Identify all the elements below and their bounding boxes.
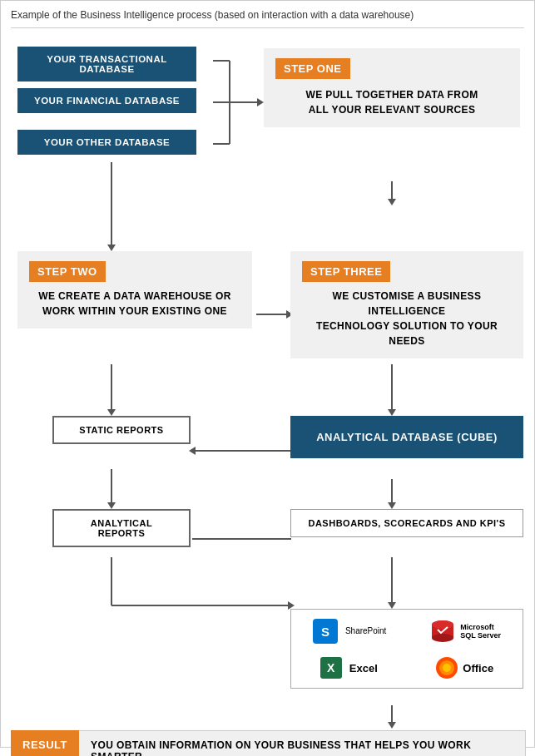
svg-marker-19 [107, 502, 116, 509]
static-reports-box: STATIC REPORTS [52, 416, 191, 444]
sqlserver-label: Microsoft SQL Server [460, 623, 501, 640]
result-label: RESULT [11, 730, 79, 756]
svg-marker-17 [189, 447, 196, 455]
page-wrapper: Example of the Business Intelligence pro… [0, 0, 535, 748]
db2-label: YOUR FINANCIAL DATABASE [17, 88, 196, 113]
excel-label: Excel [349, 662, 378, 674]
top-icons-row: S SharePoint Microsoft [291, 610, 523, 653]
analytical-reports-label: ANALYTICAL REPORTS [52, 509, 191, 547]
db3-label: YOUR OTHER DATABASE [17, 130, 196, 155]
step-two-container: STEP TWO WE CREATE A DATA WAREHOUSE ORWO… [17, 251, 252, 329]
diagram: YOUR TRANSACTIONAL DATABASE YOUR FINANCI… [11, 40, 526, 739]
sharepoint-item: S SharePoint [313, 619, 386, 644]
svg-marker-29 [388, 722, 396, 729]
sqlserver-icon [429, 618, 456, 645]
sharepoint-label: SharePoint [345, 627, 386, 635]
page-title: Example of the Business Intelligence pro… [11, 9, 524, 28]
excel-icon: X [320, 657, 342, 679]
svg-point-33 [432, 620, 453, 629]
db2-box: YOUR FINANCIAL DATABASE [17, 88, 209, 113]
svg-marker-13 [107, 409, 116, 416]
office-label: Office [463, 662, 493, 674]
dashboards-box: DASHBOARDS, SCORECARDS AND KPI'S [290, 509, 523, 537]
svg-marker-5 [257, 98, 264, 106]
step-three-label: STEP THREE [302, 261, 390, 282]
svg-point-32 [432, 634, 453, 642]
bottom-icons-row: X Excel Office [291, 653, 523, 688]
db1-box: YOUR TRANSACTIONAL DATABASE [17, 47, 209, 82]
result-text: YOU OBTAIN INFORMATION ON YOUR BUSINESS … [91, 739, 513, 756]
step-one-text: WE PULL TOGETHER DATA FROMALL YOUR RELEV… [275, 87, 508, 117]
dashboards-label: DASHBOARDS, SCORECARDS AND KPI'S [290, 509, 523, 537]
step-three-container: STEP THREE WE CUSTOMISE A BUSINESS INTEL… [290, 251, 523, 358]
svg-point-36 [443, 664, 451, 672]
tech-icons-box: S SharePoint Microsoft [290, 609, 523, 689]
excel-item: X Excel [320, 657, 378, 679]
analytical-db-box: ANALYTICAL DATABASE (CUBE) [290, 416, 523, 458]
static-reports-label: STATIC REPORTS [52, 416, 191, 444]
db3-box: YOUR OTHER DATABASE [17, 130, 209, 155]
step-three-text: WE CUSTOMISE A BUSINESS INTELLIGENCETECH… [302, 289, 512, 348]
sharepoint-icon: S [313, 619, 338, 644]
sqlserver-item: Microsoft SQL Server [429, 618, 501, 645]
svg-marker-7 [388, 199, 396, 205]
db1-label: YOUR TRANSACTIONAL DATABASE [17, 47, 196, 82]
office-icon [435, 656, 458, 679]
step-two-text: WE CREATE A DATA WAREHOUSE ORWORK WITHIN… [29, 289, 240, 319]
svg-marker-21 [388, 502, 396, 509]
analytical-reports-box: ANALYTICAL REPORTS [52, 509, 191, 547]
svg-marker-27 [388, 602, 396, 609]
office-item: Office [435, 656, 493, 679]
step-two-label: STEP TWO [29, 261, 106, 282]
svg-marker-9 [107, 245, 116, 251]
svg-marker-15 [388, 409, 396, 416]
result-bar: RESULT YOU OBTAIN INFORMATION ON YOUR BU… [11, 730, 526, 756]
step-one-label: STEP ONE [275, 58, 350, 79]
analytical-db-label: ANALYTICAL DATABASE (CUBE) [290, 416, 523, 458]
step-one-container: STEP ONE WE PULL TOGETHER DATA FROMALL Y… [264, 48, 520, 127]
